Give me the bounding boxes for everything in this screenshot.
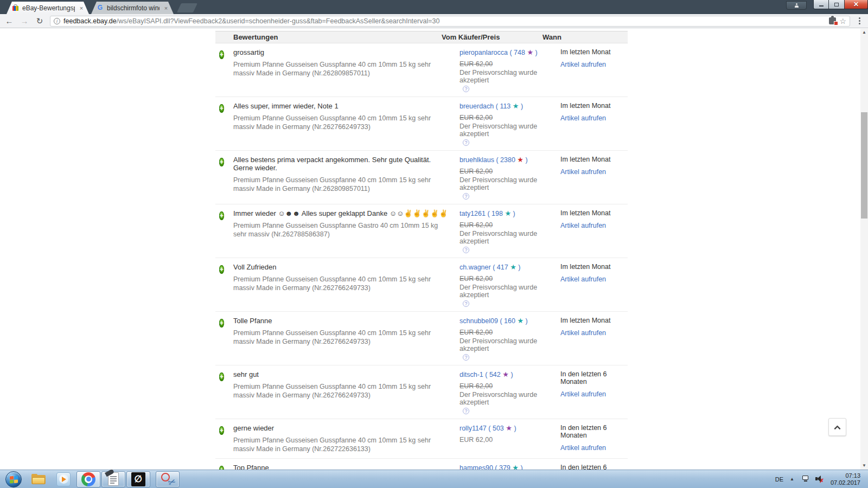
browser-toolbar: ← → ↻ i feedback.ebay.de/ws/eBayISAPI.dl… — [0, 14, 868, 28]
scrollbar-thumb[interactable] — [861, 112, 867, 219]
page-info-icon[interactable]: i — [54, 18, 60, 24]
artikel-aufrufen-link[interactable]: Artikel aufrufen — [560, 61, 628, 68]
item-description: Premium Pfanne Gusseisen Gusspfanne 40 c… — [233, 382, 449, 400]
media-player-icon — [56, 472, 71, 486]
help-question-icon[interactable]: ? — [463, 193, 469, 200]
when-text: Im letzten Monat — [560, 263, 610, 271]
maximize-button[interactable] — [829, 0, 844, 9]
tray-expand-icon[interactable]: ▲ — [790, 477, 794, 481]
bookmark-star-icon[interactable]: ☆ — [839, 17, 846, 25]
buyer-count: 113 — [500, 102, 510, 110]
taskbar-chrome-button[interactable] — [76, 471, 100, 487]
help-question-icon[interactable]: ? — [463, 139, 469, 146]
price-value: EUR 62,00 — [459, 329, 493, 336]
feedback-comment: grossartig — [233, 48, 450, 56]
positive-feedback-icon: + — [219, 373, 224, 381]
price-value: EUR 62,00 — [459, 221, 493, 229]
header-wann: Wann — [542, 33, 610, 41]
reload-button[interactable]: ↻ — [35, 16, 44, 26]
extension-icon[interactable] — [829, 17, 836, 24]
buyer-count-close: ) — [535, 49, 538, 56]
language-indicator[interactable]: DE — [775, 476, 783, 483]
artikel-aufrufen-link[interactable]: Artikel aufrufen — [560, 444, 628, 452]
feedback-table: Bewertungen Vom Käufer/Preis Wann + gros… — [215, 31, 628, 470]
tab-close-icon[interactable]: × — [163, 5, 169, 11]
new-tab-button[interactable] — [177, 3, 197, 12]
buyer-count: 417 — [497, 264, 508, 271]
help-question-icon[interactable]: ? — [463, 86, 469, 92]
artikel-aufrufen-link[interactable]: Artikel aufrufen — [560, 114, 628, 122]
tab-close-icon[interactable]: × — [78, 5, 85, 11]
positive-feedback-icon: + — [219, 104, 224, 113]
buyer-count: 748 — [514, 49, 525, 56]
tab-ebay-feedback[interactable]: eBay-Bewertungsprofil fü × — [7, 2, 89, 14]
browser-tab-strip: eBay-Bewertungsprofil fü × G bildschirmf… — [0, 0, 868, 14]
tab-title: eBay-Bewertungsprofil fü — [22, 4, 75, 12]
tab-google-search[interactable]: G bildschirmfoto windows × — [91, 2, 174, 14]
taskbar-mediaplayer-button[interactable] — [52, 471, 75, 487]
windows-logo-icon — [10, 476, 18, 483]
feedback-comment: Immer wieder ☺☻☻ Alles super geklappt Da… — [233, 209, 450, 217]
price-value: EUR 62,00 — [459, 168, 493, 175]
buyer-link[interactable]: rolly1147 — [459, 425, 487, 432]
help-question-icon[interactable]: ? — [463, 300, 469, 307]
taskbar-writer-button[interactable] — [101, 471, 125, 487]
back-button[interactable]: ← — [4, 16, 14, 25]
minimize-button[interactable] — [813, 0, 829, 9]
positive-feedback-icon: + — [219, 426, 224, 435]
url-text: feedback.ebay.de/ws/eBayISAPI.dll?ViewFe… — [63, 17, 826, 25]
buyer-count-close: ) — [518, 264, 520, 271]
item-description: Premium Pfanne Gusseisen Gusspfanne 40 c… — [233, 329, 449, 346]
price-value: EUR 62,00 — [459, 60, 493, 68]
clock-time: 07:13 — [845, 472, 860, 479]
when-text: Im letzten Monat — [560, 102, 610, 110]
taskbar-blackapp-button[interactable]: ∅ — [126, 471, 150, 487]
positive-feedback-icon: + — [219, 319, 224, 328]
scrollbar-down-arrow[interactable]: ▼ — [860, 462, 868, 470]
buyer-link[interactable]: bruehlklaus — [459, 156, 494, 164]
taskbar-explorer-button[interactable] — [27, 471, 50, 487]
help-question-icon[interactable]: ? — [463, 408, 469, 414]
artikel-aufrufen-link[interactable]: Artikel aufrufen — [560, 275, 628, 283]
network-icon[interactable] — [801, 476, 809, 483]
buyer-link[interactable]: hammes90 — [459, 464, 493, 470]
scroll-to-top-button[interactable] — [828, 418, 846, 436]
artikel-aufrufen-link[interactable]: Artikel aufrufen — [560, 329, 628, 337]
buyer-count: 503 — [493, 425, 504, 432]
help-question-icon[interactable]: ? — [463, 354, 469, 361]
start-button[interactable] — [5, 471, 22, 487]
window-controls: ✕ — [786, 0, 868, 12]
taskbar-snippingtool-button[interactable]: ✂ — [156, 471, 180, 487]
feedback-row: + Voll Zufrieden Premium Pfanne Gusseise… — [215, 258, 628, 312]
item-description: Premium Pfanne Gusseisen Gusspfanne 40 c… — [233, 60, 449, 78]
forward-button[interactable]: → — [20, 16, 29, 25]
artikel-aufrufen-link[interactable]: Artikel aufrufen — [560, 168, 628, 176]
price-value: EUR 62,00 — [459, 436, 493, 444]
scrollbar-up-arrow[interactable]: ▲ — [860, 29, 868, 36]
chrome-profile-button[interactable] — [786, 1, 807, 10]
buyer-count: 379 — [499, 464, 510, 470]
desktop-screen: eBay-Bewertungsprofil fü × G bildschirmf… — [0, 0, 868, 488]
artikel-aufrufen-link[interactable]: Artikel aufrufen — [560, 390, 628, 398]
buyer-link[interactable]: ditsch-1 — [459, 371, 483, 378]
help-question-icon[interactable]: ? — [463, 247, 469, 253]
page-scrollbar[interactable]: ▲ ▼ — [860, 29, 868, 470]
buyer-link[interactable]: taty1261 — [459, 210, 486, 217]
buyer-count-close: ) — [526, 156, 528, 164]
buyer-link[interactable]: breuerdach — [459, 102, 494, 110]
buyer-link[interactable]: schnubbel09 — [459, 317, 498, 325]
artikel-aufrufen-link[interactable]: Artikel aufrufen — [560, 222, 628, 229]
volume-muted-icon[interactable]: ✗ — [815, 476, 824, 483]
table-header: Bewertungen Vom Käufer/Preis Wann — [215, 31, 628, 43]
buyer-link[interactable]: pieropanlarocca — [459, 49, 508, 56]
feedback-star-icon: ★ — [502, 370, 509, 378]
offer-accepted-text: Der Preisvorschlag wurde akzeptiert — [459, 337, 560, 352]
close-button[interactable]: ✕ — [844, 0, 868, 9]
address-bar[interactable]: i feedback.ebay.de/ws/eBayISAPI.dll?View… — [50, 16, 850, 27]
buyer-link[interactable]: ch.wagner — [459, 264, 491, 271]
positive-feedback-icon: + — [219, 211, 224, 220]
taskbar-clock[interactable]: 07:13 07.02.2017 — [831, 472, 860, 486]
price-value: EUR 62,00 — [459, 382, 493, 390]
chrome-icon — [81, 472, 95, 486]
chrome-menu-button[interactable] — [856, 17, 864, 24]
